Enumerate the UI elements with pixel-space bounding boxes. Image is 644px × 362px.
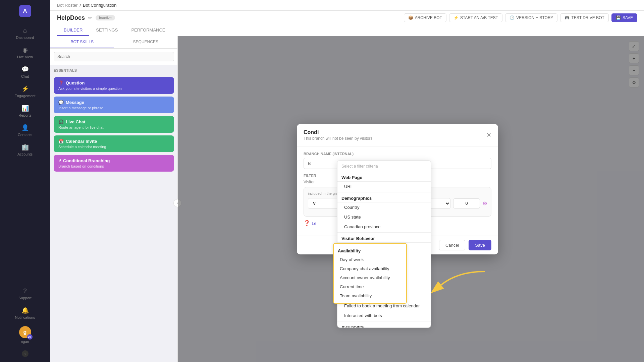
liveview-icon: ◉	[22, 46, 28, 54]
app-logo[interactable]: Λ	[19, 5, 31, 17]
modal-close-button[interactable]: ✕	[486, 131, 491, 139]
sidebar-item-dashboard[interactable]: ⌂ Dashboard	[0, 24, 50, 43]
skill-calendar-title: 📅 Calendar Invite	[58, 139, 169, 144]
skill-message-title: 💬 Message	[58, 100, 169, 105]
archive-bot-button[interactable]: 📦 ARCHIVE BOT	[404, 13, 446, 22]
conditional-skill-icon: ⑂	[58, 158, 61, 163]
skill-livechat-title: 🎧 Live Chat	[58, 119, 169, 124]
panel-tab-sequences[interactable]: SEQUENCES	[114, 36, 178, 48]
sidebar-item-label: Accounts	[17, 152, 33, 156]
page-tabs: BUILDER SETTINGS PERFORMANCE	[57, 25, 637, 36]
filter-value-input[interactable]	[453, 198, 480, 208]
cancel-button[interactable]: Cancel	[439, 240, 465, 250]
panel-tab-botskills[interactable]: BOT SKILLS	[50, 36, 114, 48]
breadcrumb-parent[interactable]: Bot Roster	[57, 3, 77, 8]
page-title: HelpDocs	[57, 14, 85, 21]
archive-icon: 📦	[408, 15, 413, 20]
avail-item-team-availability[interactable]: Team availability	[334, 291, 406, 300]
abtest-icon: ⚡	[453, 15, 459, 20]
edit-title-icon[interactable]: ✏	[88, 15, 92, 20]
save-button-modal[interactable]: Save	[469, 240, 491, 250]
sidebar-item-contacts[interactable]: 👤 Contacts	[0, 121, 50, 140]
engagement-icon: ⚡	[21, 85, 29, 93]
sidebar-item-support[interactable]: ? Support	[0, 284, 50, 303]
fc-group-visitor-behavior: Visitor Behavior	[337, 233, 431, 243]
modal-title: Condi	[304, 129, 372, 135]
modal-header: Condi This branch will not be seen by vi…	[297, 124, 498, 146]
tab-settings[interactable]: SETTINGS	[89, 25, 124, 36]
test-drive-button[interactable]: 🎮 TEST DRIVE BOT	[560, 13, 608, 22]
skill-livechat-desc: Route an agent for live chat	[58, 125, 169, 129]
fc-item-canadian-province[interactable]: Canadian province	[337, 222, 431, 232]
fc-item-country[interactable]: Country	[337, 202, 431, 212]
filter-criteria-search[interactable]: Select a filter criteria	[337, 161, 431, 172]
fc-item-url[interactable]: URL	[337, 182, 431, 191]
sidebar-item-label: Dashboard	[16, 36, 34, 40]
accounts-icon: 🏢	[21, 143, 29, 151]
left-panel: BOT SKILLS SEQUENCES Essentials ❓ Questi…	[50, 36, 178, 362]
fc-item-interacted-with-bots[interactable]: Interacted with bots	[337, 311, 431, 320]
sidebar-item-chat[interactable]: 💬 Chat	[0, 62, 50, 82]
version-history-button[interactable]: 🕐 VERSION HISTORY	[505, 13, 557, 22]
filter-remove-button[interactable]: ⊗	[483, 200, 487, 206]
essentials-section-label: Essentials	[50, 65, 177, 76]
fc-group-availability: Availability	[337, 322, 431, 328]
dashboard-icon: ⌂	[23, 27, 27, 34]
avail-item-account-owner[interactable]: Account owner availability	[334, 273, 406, 282]
tab-builder[interactable]: BUILDER	[57, 25, 89, 36]
learn-more-link[interactable]: Le	[312, 221, 316, 226]
skill-question-desc: Ask your site visitors a simple question	[58, 86, 169, 90]
modal-subtitle: This branch will not be seen by visitors	[304, 136, 372, 141]
sidebar-collapse-button[interactable]: ‹	[22, 350, 29, 357]
sidebar-item-reports[interactable]: 📊 Reports	[0, 101, 50, 121]
history-icon: 🕐	[509, 15, 515, 20]
skill-conditional-desc: Branch based on conditions	[58, 164, 169, 168]
save-button[interactable]: 💾 SAVE	[611, 13, 637, 22]
sidebar-item-label: Chat	[21, 74, 29, 78]
notifications-icon: 🔔	[21, 307, 29, 314]
canvas-area: ⤢ + − ⚙ Condi This branch will not be se…	[178, 36, 644, 362]
modal-overlay: Condi This branch will not be seen by vi…	[178, 36, 644, 362]
avatar[interactable]: g 23	[19, 326, 31, 338]
sidebar-item-user[interactable]: g 23 ngan	[0, 323, 50, 347]
availability-highlight-box: Availability Day of week Company chat av…	[333, 243, 407, 304]
skill-card-conditional[interactable]: ⑂ Conditional Branching Branch based on …	[54, 155, 174, 172]
avail-item-day-of-week[interactable]: Day of week	[334, 255, 406, 264]
notification-badge: 23	[27, 334, 33, 340]
avail-item-current-time[interactable]: Current time	[334, 282, 406, 291]
skill-card-message[interactable]: 💬 Message Insert a message or phrase	[54, 97, 174, 113]
sidebar-item-notifications[interactable]: 🔔 Notifications	[0, 303, 50, 323]
avail-item-company-chat[interactable]: Company chat availability	[334, 264, 406, 273]
livechat-skill-icon: 🎧	[58, 119, 64, 124]
question-icon: ❓	[58, 80, 64, 85]
fc-group-demographics: Demographics	[337, 193, 431, 202]
save-icon: 💾	[616, 15, 621, 20]
sidebar: Λ ⌂ Dashboard ◉ Live View 💬 Chat ⚡ Engag…	[0, 0, 50, 362]
sidebar-item-label: Notifications	[15, 315, 35, 319]
skill-conditional-title: ⑂ Conditional Branching	[58, 158, 169, 163]
header-actions: 📦 ARCHIVE BOT ⚡ START AN A/B TEST 🕐 VERS…	[404, 13, 637, 22]
sidebar-item-label: Engagement	[14, 94, 35, 98]
sidebar-item-liveview[interactable]: ◉ Live View	[0, 43, 50, 62]
skill-message-desc: Insert a message or phrase	[58, 106, 169, 110]
learn-more-icon: ❓	[304, 220, 310, 226]
skill-search-input[interactable]	[54, 52, 174, 61]
ab-test-button[interactable]: ⚡ START AN A/B TEST	[449, 13, 502, 22]
sidebar-item-engagement[interactable]: ⚡ Engagement	[0, 82, 50, 101]
skill-card-calendar[interactable]: 📅 Calendar Invite Schedule a calendar me…	[54, 135, 174, 152]
breadcrumb: Bot Roster / Bot Configuration	[57, 3, 117, 8]
breadcrumb-separator: /	[79, 3, 81, 8]
tab-performance[interactable]: PERFORMANCE	[124, 25, 172, 36]
sidebar-item-accounts[interactable]: 🏢 Accounts	[0, 140, 50, 160]
chat-icon: 💬	[21, 66, 29, 73]
skill-card-livechat[interactable]: 🎧 Live Chat Route an agent for live chat	[54, 116, 174, 133]
skill-calendar-desc: Schedule a calendar meeting	[58, 145, 169, 149]
content-area: BOT SKILLS SEQUENCES Essentials ❓ Questi…	[50, 36, 644, 362]
skill-card-question[interactable]: ❓ Question Ask your site visitors a simp…	[54, 77, 174, 94]
fc-group-web-page: Web Page	[337, 172, 431, 182]
message-icon: 💬	[58, 100, 64, 105]
conditions-modal: Condi This branch will not be seen by vi…	[297, 124, 498, 254]
skill-question-title: ❓ Question	[58, 80, 169, 85]
fc-item-us-state[interactable]: US state	[337, 212, 431, 222]
skill-search-box	[50, 49, 177, 65]
